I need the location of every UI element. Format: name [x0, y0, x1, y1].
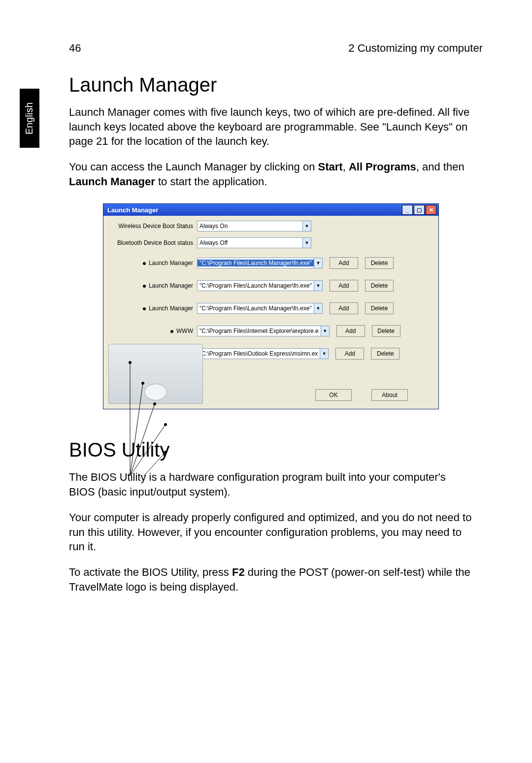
delete-button[interactable]: Delete [365, 257, 394, 269]
bold-start: Start [318, 161, 343, 173]
launch-key-path-value: "C:\Program Files\Internet Explorer\iexp… [198, 328, 321, 334]
launch-key-path-select[interactable]: "C:\Program Files\Launch Manager\fn.exe"… [197, 280, 323, 291]
launch-key-path-select[interactable]: "C:\Program Files\Launch Manager\fn.exe"… [197, 258, 323, 268]
launch-key-row: Launch Manager"C:\Program Files\Launch M… [109, 280, 432, 292]
txt: to start the application. [155, 175, 267, 188]
bullet-icon [143, 285, 146, 288]
delete-button[interactable]: Delete [365, 302, 394, 314]
bios-paragraph-2: Your computer is already properly config… [69, 510, 473, 554]
launch-key-path-value: "C:\Program Files\Launch Manager\fn.exe" [198, 260, 314, 266]
chevron-down-icon: ▼ [314, 303, 322, 313]
chevron-down-icon: ▼ [302, 221, 311, 231]
close-button[interactable]: ✕ [426, 205, 436, 215]
bold-lm: Launch Manager [69, 175, 155, 188]
window-body: Wireless Device Boot Status Always On ▼ … [103, 216, 438, 409]
delete-button[interactable]: Delete [371, 348, 399, 360]
txt: You can access the Launch Manager by cli… [69, 161, 318, 173]
bullet-icon [170, 330, 173, 333]
wireless-status-select[interactable]: Always On ▼ [197, 221, 311, 232]
chevron-down-icon: ▼ [321, 326, 329, 336]
wireless-status-value: Always On [198, 223, 302, 230]
launch-key-row: WWW"C:\Program Files\Internet Explorer\i… [109, 325, 432, 337]
add-button[interactable]: Add [330, 280, 358, 292]
bold-allprograms: All Programs [349, 161, 416, 173]
bluetooth-status-label: Bluetooth Device Boot status [109, 240, 197, 246]
launch-key-path-select[interactable]: "C:\Program Files\Outlook Express\msimn.… [197, 348, 329, 359]
bullet-icon [143, 262, 146, 265]
delete-button[interactable]: Delete [365, 280, 394, 292]
status-row: Bluetooth Device Boot status Always Off … [109, 237, 432, 248]
txt: , and then [416, 161, 465, 173]
language-tab: English [20, 89, 39, 148]
section-title-bios: BIOS Utility [69, 439, 473, 461]
add-button[interactable]: Add [335, 348, 364, 360]
chevron-down-icon: ▼ [314, 281, 322, 291]
titlebar[interactable]: Launch Manager _ ▢ ✕ [103, 204, 438, 216]
chapter-title: 2 Customizing my computer [348, 42, 483, 55]
bios-paragraph-3: To activate the BIOS Utility, press F2 d… [69, 565, 473, 594]
wireless-status-label: Wireless Device Boot Status [109, 223, 197, 230]
svg-point-6 [164, 423, 167, 426]
minimize-button[interactable]: _ [402, 205, 413, 215]
launch-key-label: Launch Manager [109, 305, 197, 312]
page-number: 46 [69, 42, 81, 55]
bold-f2: F2 [232, 566, 245, 578]
txt: To activate the BIOS Utility, press [69, 566, 232, 578]
chevron-down-icon: ▼ [320, 349, 328, 359]
launch-key-path-select[interactable]: "C:\Program Files\Internet Explorer\iexp… [197, 326, 330, 336]
launch-key-row: Launch Manager"C:\Program Files\Launch M… [109, 257, 432, 269]
lm-paragraph-1: Launch Manager comes with five launch ke… [69, 105, 473, 149]
add-button[interactable]: Add [330, 257, 358, 269]
launch-key-row: Launch Manager"C:\Program Files\Launch M… [109, 302, 432, 314]
add-button[interactable]: Add [330, 302, 358, 314]
status-row: Wireless Device Boot Status Always On ▼ [109, 221, 432, 232]
bluetooth-status-value: Always Off [198, 239, 302, 246]
launch-key-path-select[interactable]: "C:\Program Files\Launch Manager\fn.exe"… [197, 303, 323, 314]
section-title-launch-manager: Launch Manager [69, 74, 473, 96]
txt: , [343, 161, 349, 173]
launch-key-path-value: "C:\Program Files\Launch Manager\fn.exe" [198, 282, 314, 289]
language-label: English [24, 102, 35, 134]
bios-paragraph-1: The BIOS Utility is a hardware configura… [69, 470, 473, 499]
launch-key-path-value: "C:\Program Files\Outlook Express\msimn.… [198, 350, 320, 357]
launch-manager-window: Launch Manager _ ▢ ✕ Wireless Device Boo… [103, 203, 439, 409]
ok-button[interactable]: OK [315, 389, 352, 401]
launch-key-label: WWW [109, 328, 197, 334]
chevron-down-icon: ▼ [302, 238, 311, 248]
launch-key-path-value: "C:\Program Files\Launch Manager\fn.exe" [198, 305, 314, 312]
about-button[interactable]: About [371, 389, 408, 401]
bluetooth-status-select[interactable]: Always Off ▼ [197, 237, 311, 248]
lm-paragraph-2: You can access the Launch Manager by cli… [69, 160, 473, 189]
window-title: Launch Manager [105, 206, 401, 214]
maximize-button[interactable]: ▢ [414, 205, 425, 215]
add-button[interactable]: Add [336, 325, 365, 337]
launch-key-label: Launch Manager [109, 283, 197, 289]
keyboard-illustration [108, 344, 203, 404]
bullet-icon [143, 307, 146, 310]
delete-button[interactable]: Delete [372, 325, 400, 337]
launch-key-label: Launch Manager [109, 260, 197, 266]
chevron-down-icon: ▼ [314, 258, 322, 268]
